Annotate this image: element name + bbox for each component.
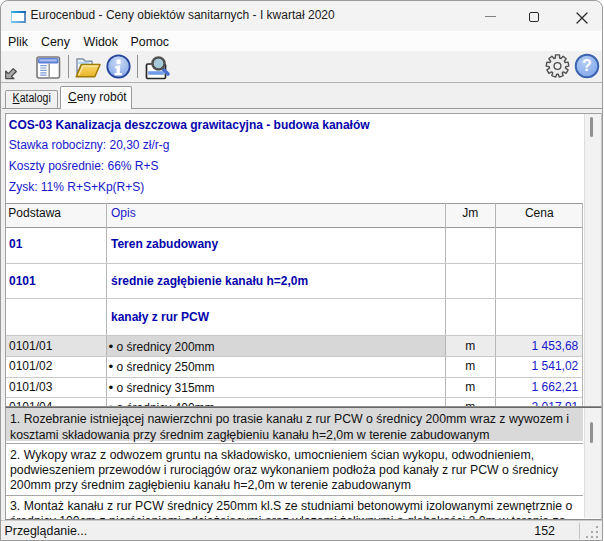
svg-text:?: ? xyxy=(582,57,592,74)
